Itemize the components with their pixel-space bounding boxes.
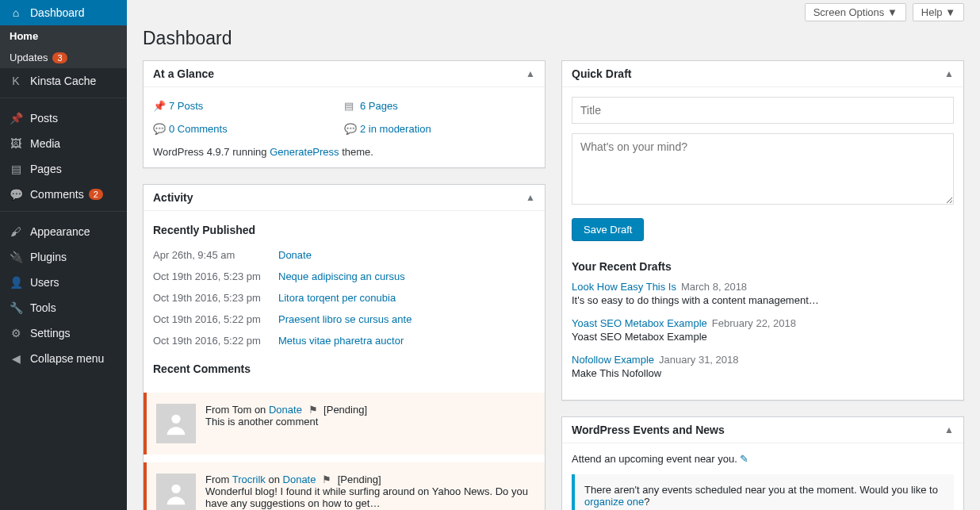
pin-icon: 📌 <box>153 100 169 112</box>
at-a-glance-header[interactable]: At a Glance ▲ <box>144 61 545 87</box>
kinsta-icon: K <box>8 75 24 87</box>
sidebar-label: Comments <box>30 188 84 201</box>
box-title: Quick Draft <box>572 67 631 80</box>
sidebar-item-collapse[interactable]: ◀ Collapse menu <box>0 346 127 371</box>
comment-text: Wonderful blog! I found it while surfing… <box>205 485 535 509</box>
sidebar-submenu-dashboard: Home Updates 3 <box>0 25 127 68</box>
activity-header[interactable]: Activity ▲ <box>144 185 545 211</box>
draft-item: Nofollow ExampleJanuary 31, 2018 Make Th… <box>572 354 954 379</box>
sidebar-item-kinsta-cache[interactable]: K Kinsta Cache <box>0 68 127 94</box>
chevron-up-icon[interactable]: ▲ <box>944 424 954 435</box>
main-content: Screen Options ▼ Help ▼ Dashboard At a G… <box>127 0 980 510</box>
comment-text: This is another comment <box>205 416 367 428</box>
sidebar-item-appearance[interactable]: 🖌 Appearance <box>0 219 127 244</box>
sidebar-item-users[interactable]: 👤 Users <box>0 270 127 295</box>
avatar <box>156 404 196 443</box>
sidebar-item-plugins[interactable]: 🔌 Plugins <box>0 244 127 270</box>
media-icon: 🖼 <box>8 137 24 150</box>
sidebar-item-home[interactable]: Home <box>0 25 127 47</box>
quick-draft-box: Quick Draft ▲ Save Draft Your Recent Dra… <box>561 60 964 401</box>
draft-link[interactable]: Nofollow Example <box>572 354 654 366</box>
events-box: WordPress Events and News ▲ Attend an up… <box>561 416 964 510</box>
comment-icon: 💬 <box>8 188 24 201</box>
sidebar-item-media[interactable]: 🖼 Media <box>0 131 127 156</box>
glance-comments[interactable]: 💬0 Comments <box>153 120 344 143</box>
recent-drafts-title: Your Recent Drafts <box>572 260 954 273</box>
comment-post-link[interactable]: Donate <box>283 474 316 485</box>
chevron-up-icon[interactable]: ▲ <box>526 68 535 79</box>
pin-icon: 📌 <box>8 112 24 125</box>
organize-link[interactable]: organize one <box>584 496 644 508</box>
glance-moderation[interactable]: 💬2 in moderation <box>344 120 535 143</box>
admin-sidebar: ⌂ Dashboard Home Updates 3 K Kinsta Cach… <box>0 0 127 510</box>
separator <box>0 98 127 105</box>
page-icon: ▤ <box>344 100 360 112</box>
pencil-icon[interactable]: ✎ <box>740 453 748 465</box>
chevron-up-icon[interactable]: ▲ <box>944 68 954 79</box>
glance-pages[interactable]: ▤6 Pages <box>344 97 535 120</box>
flag-icon: ⚑ <box>308 404 318 416</box>
sidebar-item-updates[interactable]: Updates 3 <box>0 47 127 68</box>
column-left: At a Glance ▲ 📌7 Posts 💬0 Comments ▤6 Pa… <box>143 60 546 510</box>
save-draft-button[interactable]: Save Draft <box>572 218 644 241</box>
dashboard-columns: At a Glance ▲ 📌7 Posts 💬0 Comments ▤6 Pa… <box>143 60 964 510</box>
activity-row: Oct 19th 2016, 5:22 pmPraesent libro se … <box>153 309 535 330</box>
sidebar-label: Updates <box>10 52 48 63</box>
sidebar-label: Dashboard <box>30 6 85 19</box>
avatar <box>156 474 196 510</box>
page-icon: ▤ <box>8 163 24 175</box>
comments-badge: 2 <box>89 189 103 200</box>
comment-icon: 💬 <box>153 123 169 135</box>
page-title: Dashboard <box>143 28 964 49</box>
svg-point-1 <box>171 485 180 493</box>
comment-item[interactable]: From Trocrilk on Donate ⚑ [Pending] Wond… <box>144 462 545 510</box>
recent-comments-title: Recent Comments <box>153 362 535 375</box>
comment-icon: 💬 <box>344 123 360 135</box>
comment-body: From Trocrilk on Donate ⚑ [Pending] Wond… <box>205 474 535 510</box>
sidebar-label: Users <box>30 276 59 289</box>
help-button[interactable]: Help ▼ <box>913 3 964 21</box>
post-link[interactable]: Metus vitae pharetra auctor <box>278 335 404 347</box>
box-title: Activity <box>153 191 193 204</box>
sidebar-item-posts[interactable]: 📌 Posts <box>0 105 127 131</box>
chevron-up-icon[interactable]: ▲ <box>526 192 535 203</box>
sidebar-label: Media <box>30 137 60 150</box>
draft-title-input[interactable] <box>572 97 954 124</box>
sidebar-item-dashboard[interactable]: ⌂ Dashboard <box>0 0 127 25</box>
attend-text: Attend an upcoming event near you. ✎ <box>572 453 954 465</box>
glance-posts[interactable]: 📌7 Posts <box>153 97 344 120</box>
updates-badge: 3 <box>52 52 67 63</box>
draft-link[interactable]: Yoast SEO Metabox Example <box>572 317 707 329</box>
no-events-notice: There aren't any events scheduled near y… <box>572 474 954 510</box>
sidebar-item-settings[interactable]: ⚙ Settings <box>0 320 127 346</box>
column-right: Quick Draft ▲ Save Draft Your Recent Dra… <box>561 60 964 510</box>
events-header[interactable]: WordPress Events and News ▲ <box>562 417 963 443</box>
wp-version-text: WordPress 4.9.7 running GeneratePress th… <box>153 146 535 158</box>
quick-draft-header[interactable]: Quick Draft ▲ <box>562 61 963 87</box>
post-link[interactable]: Neque adipiscing an cursus <box>278 270 405 282</box>
at-a-glance-box: At a Glance ▲ 📌7 Posts 💬0 Comments ▤6 Pa… <box>143 60 546 168</box>
box-title: At a Glance <box>153 67 214 80</box>
post-link[interactable]: Donate <box>278 249 312 261</box>
draft-content-textarea[interactable] <box>572 133 954 205</box>
theme-link[interactable]: GeneratePress <box>270 146 339 158</box>
post-link[interactable]: Praesent libro se cursus ante <box>278 313 412 325</box>
draft-link[interactable]: Look How Easy This Is <box>572 281 676 293</box>
wrench-icon: 🔧 <box>8 301 24 314</box>
activity-body: Recently Published Apr 26th, 9:45 amDona… <box>144 211 545 393</box>
at-a-glance-body: 📌7 Posts 💬0 Comments ▤6 Pages 💬2 in mode… <box>144 87 545 167</box>
comment-item[interactable]: From Tom on Donate ⚑ [Pending] This is a… <box>144 393 545 454</box>
sidebar-label: Kinsta Cache <box>30 75 96 87</box>
sidebar-item-comments[interactable]: 💬 Comments 2 <box>0 182 127 207</box>
sidebar-item-tools[interactable]: 🔧 Tools <box>0 295 127 320</box>
activity-row: Oct 19th 2016, 5:23 pmLitora torqent per… <box>153 287 535 309</box>
comment-post-link[interactable]: Donate <box>269 404 302 416</box>
comment-author-link[interactable]: Trocrilk <box>232 474 266 485</box>
post-link[interactable]: Litora torqent per conubia <box>278 292 396 304</box>
draft-item: Look How Easy This IsMarch 8, 2018 It's … <box>572 281 954 306</box>
collapse-icon: ◀ <box>8 352 24 365</box>
events-body: Attend an upcoming event near you. ✎ The… <box>562 443 963 510</box>
quick-draft-body: Save Draft Your Recent Drafts Look How E… <box>562 87 963 400</box>
screen-options-button[interactable]: Screen Options ▼ <box>805 3 906 21</box>
sidebar-item-pages[interactable]: ▤ Pages <box>0 156 127 182</box>
